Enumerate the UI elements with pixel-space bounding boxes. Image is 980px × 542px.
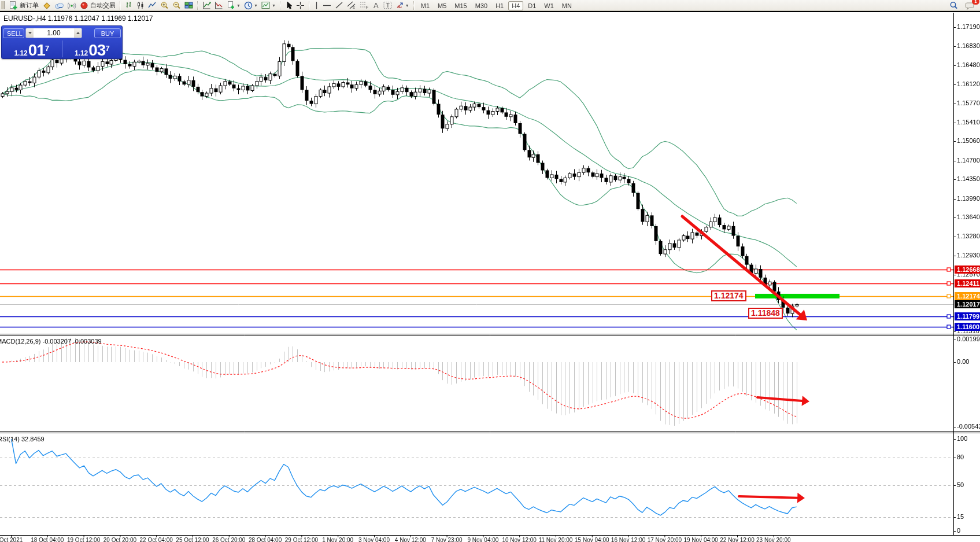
cursor-icon [285, 1, 293, 10]
buy-price[interactable]: 1.12 03 7 [62, 39, 123, 58]
crosshair-button[interactable] [294, 0, 306, 10]
timeframe-m30[interactable]: M30 [472, 1, 491, 10]
toolbar-separator [309, 1, 310, 10]
price-chart-canvas[interactable] [0, 0, 980, 542]
volume-increase-button[interactable] [74, 28, 82, 38]
svg-text:T: T [386, 2, 390, 9]
candlestick-chart-icon [136, 1, 145, 9]
volume-input[interactable] [34, 28, 74, 38]
clipped-toolbar-icon [1, 1, 5, 9]
buy-price-prefix: 1.12 [75, 49, 88, 57]
timeframe-h4[interactable]: H4 [508, 1, 523, 10]
sell-price-big: 01 [28, 43, 45, 57]
cloud-icon [54, 1, 64, 9]
zoom-in-button[interactable] [158, 0, 171, 10]
profile-icon [42, 1, 51, 10]
zoom-in-icon [160, 1, 169, 10]
triangle-down-icon [28, 32, 32, 34]
timeframe-toolbar: M1M5M15M30H1H4D1W1MN [417, 0, 576, 10]
trendline-icon [335, 1, 343, 9]
template-icon [261, 1, 271, 9]
vertical-line-icon [314, 1, 319, 10]
svg-text:E: E [353, 6, 355, 9]
timeframe-m5[interactable]: M5 [434, 1, 450, 10]
indicators-icon [202, 1, 211, 9]
autotrade-icon [80, 1, 88, 10]
buy-price-sup: 7 [105, 46, 109, 51]
dropdown-caret-icon: ▼ [236, 3, 241, 8]
volume-decrease-button[interactable] [26, 28, 34, 38]
templates-button[interactable]: ▼ [260, 0, 278, 10]
fibonacci-icon: F [360, 1, 369, 9]
dropdown-caret-icon: ▼ [272, 3, 276, 8]
add-object-icon [227, 1, 235, 9]
svg-text:F: F [366, 5, 368, 9]
equidistant-channel-icon: E [347, 1, 356, 9]
sell-price[interactable]: 1.12 01 7 [2, 39, 62, 58]
timeframe-w1[interactable]: W1 [541, 1, 557, 10]
notifications-button[interactable]: 1 [963, 1, 977, 11]
zoom-out-icon [172, 1, 181, 10]
chart-ohlc-title: EURUSD-,H4 1.11976 1.12047 1.11969 1.120… [3, 14, 153, 23]
indicator-window-button[interactable] [213, 0, 225, 10]
text-button[interactable]: A [371, 0, 382, 10]
timeframe-d1[interactable]: D1 [524, 1, 539, 10]
dropdown-caret-icon: ▼ [405, 3, 409, 8]
line-chart-icon [148, 1, 157, 9]
volume-control [25, 28, 82, 38]
text-icon: A [372, 1, 380, 9]
rsi-indicator-label: RSI(14) 32.8459 [0, 436, 45, 443]
equidistant-channel-button[interactable]: E [345, 0, 358, 10]
timeframe-m15[interactable]: M15 [451, 1, 470, 10]
community-button[interactable] [53, 0, 66, 10]
toolbar-separator [280, 1, 281, 10]
arrows-button[interactable]: ▼ [394, 0, 411, 10]
timeframe-h1[interactable]: H1 [492, 1, 507, 10]
cursor-button[interactable] [283, 0, 294, 10]
tile-windows-button[interactable] [183, 0, 195, 10]
arrows-icon [395, 1, 404, 9]
add-object-button[interactable]: ▼ [225, 0, 242, 10]
indicators-button[interactable] [201, 0, 213, 10]
tile-windows-icon [184, 1, 193, 9]
timeframe-mn[interactable]: MN [559, 1, 575, 10]
indicator-window-icon [215, 1, 223, 9]
svg-text:A: A [373, 1, 379, 9]
dropdown-caret-icon: ▼ [254, 3, 258, 8]
main-toolbar: 新订单 自动交易 ▼ ▼ [0, 0, 980, 11]
horizontal-line-button[interactable] [321, 0, 333, 10]
triangle-up-icon [76, 32, 80, 34]
signals-button[interactable] [66, 0, 78, 10]
profile-button[interactable] [40, 0, 53, 10]
toolbar-separator [197, 1, 198, 10]
horizontal-line-icon [323, 2, 331, 9]
toolbar-separator [120, 1, 121, 10]
periods-button[interactable]: ▼ [242, 0, 260, 10]
sell-button[interactable]: SELL [3, 28, 24, 38]
fibonacci-button[interactable]: F [358, 0, 371, 10]
text-label-button[interactable]: T [382, 0, 394, 10]
zoom-out-button[interactable] [171, 0, 183, 10]
bar-chart-button[interactable] [123, 0, 135, 10]
candlestick-chart-button[interactable] [135, 0, 146, 10]
text-label-icon: T [383, 1, 392, 9]
search-icon [949, 1, 958, 10]
new-order-button[interactable]: 新订单 [7, 0, 40, 10]
trendline-button[interactable] [333, 0, 345, 10]
clock-icon [244, 1, 253, 10]
crosshair-icon [296, 1, 305, 10]
new-order-label: 新订单 [20, 1, 39, 10]
autotrade-button[interactable]: 自动交易 [78, 0, 117, 10]
timeframe-m1[interactable]: M1 [417, 1, 433, 10]
new-order-icon [9, 1, 18, 10]
vertical-line-button[interactable] [312, 0, 321, 10]
line-chart-button[interactable] [146, 0, 158, 10]
search-button[interactable] [948, 1, 960, 11]
one-click-trading-panel: SELL BUY 1.12 01 7 1.12 03 7 [1, 25, 123, 59]
signals-icon [68, 1, 76, 9]
chart-window-top-border [0, 11, 980, 12]
sell-price-prefix: 1.12 [14, 49, 27, 57]
buy-button[interactable]: BUY [94, 28, 121, 38]
toolbar-separator [413, 1, 415, 10]
macd-indicator-label: MACD(12,26,9) -0.003207 -0.003039 [0, 338, 102, 345]
